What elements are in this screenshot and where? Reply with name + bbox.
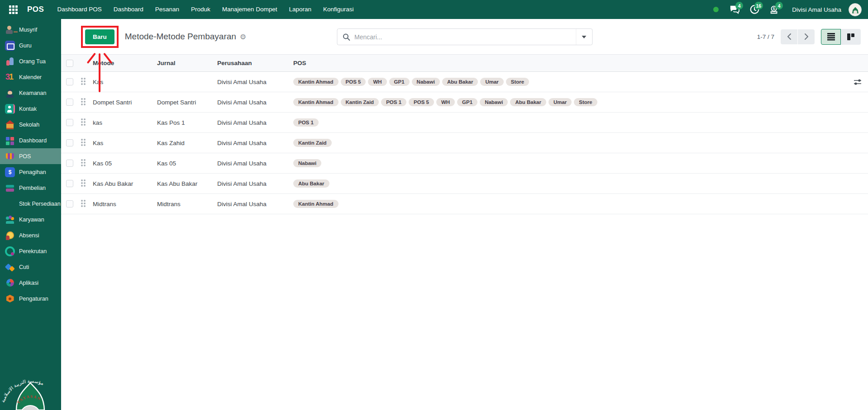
sidebar-item-cuti[interactable]: Cuti (0, 259, 61, 275)
drag-handle-icon[interactable] (81, 199, 86, 207)
search-input[interactable] (354, 33, 570, 41)
pos-cell: POS 1 (293, 113, 868, 133)
drag-handle-icon[interactable] (81, 118, 86, 126)
sliders-icon (854, 79, 862, 86)
sidebar-item-musyrif[interactable]: Musyrif (0, 22, 61, 38)
sidebar-item-label: Cuti (19, 264, 29, 270)
select-all-checkbox[interactable] (66, 60, 73, 67)
pos-tag: Store (506, 78, 529, 86)
sidebar-item-label: Perekrutan (19, 248, 47, 254)
menu-item-dashboard-pos[interactable]: Dashboard POS (51, 0, 107, 19)
pos-tag: Kantin Ahmad (293, 78, 339, 86)
sidebar-item-aplikasi[interactable]: Aplikasi (0, 275, 61, 291)
sidebar-item-karyawan[interactable]: Karyawan (0, 212, 61, 227)
list-view-button[interactable] (821, 29, 841, 45)
metode-cell: kas (93, 113, 157, 133)
drag-handle-icon[interactable] (81, 98, 86, 105)
sidebar-item-orang-tua[interactable]: Orang Tua (0, 53, 61, 69)
jurnal-cell: Kas Zahid (157, 133, 217, 153)
sidebar-item-pembelian[interactable]: Pembelian (0, 180, 61, 196)
pos-tag: Abu Bakar (510, 98, 546, 106)
column-header-metode[interactable]: Metode (93, 55, 157, 72)
row-select-checkbox[interactable] (66, 180, 73, 187)
perusahaan-cell: Divisi Amal Usaha (217, 72, 293, 92)
menu-item-laporan[interactable]: Laporan (283, 0, 317, 19)
menu-item-dashboard[interactable]: Dashboard (108, 0, 149, 19)
cash-badge: 4 (775, 2, 783, 9)
pager-next-button[interactable] (798, 29, 815, 44)
user-avatar[interactable] (849, 3, 862, 16)
table-row[interactable]: MidtransMidtransDivisi Amal UsahaKantin … (61, 194, 868, 214)
table-row[interactable]: KasDivisi Amal UsahaKantin AhmadPOS 5WHG… (61, 72, 868, 92)
sidebar-item-pengaturan[interactable]: Pengaturan (0, 291, 61, 306)
row-select-checkbox[interactable] (66, 99, 73, 106)
menu-item-pesanan[interactable]: Pesanan (149, 0, 185, 19)
sidebar-item-guru[interactable]: Guru (0, 38, 61, 53)
sidebar-item-pos[interactable]: POS (0, 148, 61, 164)
pos-tag: WH (368, 78, 386, 86)
pembelian-icon (5, 183, 15, 193)
row-select-checkbox[interactable] (66, 139, 73, 146)
column-header-pos[interactable]: POS (293, 55, 868, 72)
table-row[interactable]: Dompet SantriDompet SantriDivisi Amal Us… (61, 92, 868, 113)
sidebar-item-label: Sekolah (19, 122, 39, 128)
sidebar-item-keamanan[interactable]: Keamanan (0, 85, 61, 101)
row-select-checkbox[interactable] (66, 160, 73, 167)
sidebar-item-label: Aplikasi (19, 280, 38, 286)
pos-cell: Kantin Ahmad (293, 194, 868, 214)
drag-handle-icon[interactable] (81, 77, 86, 85)
sidebar-item-absensi[interactable]: Absensi (0, 227, 61, 243)
table-row[interactable]: KasKas ZahidDivisi Amal UsahaKantin Zaid (61, 133, 868, 153)
sidebar-item-dashboard[interactable]: Dashboard (0, 132, 61, 148)
menu-item-manajemen-dompet[interactable]: Manajemen Dompet (216, 0, 283, 19)
sidebar-item-stok-persediaan[interactable]: Stok Persediaan (0, 196, 61, 212)
row-select-checkbox[interactable] (66, 119, 73, 126)
pager-previous-button[interactable] (781, 29, 797, 44)
pos-tag: POS 1 (293, 118, 319, 127)
sidebar-item-kalender[interactable]: Kalender (0, 69, 61, 85)
kanban-view-button[interactable] (841, 29, 861, 45)
perusahaan-cell: Divisi Amal Usaha (217, 113, 293, 133)
pager (781, 29, 815, 44)
sidebar-item-sekolah[interactable]: Sekolah (0, 117, 61, 132)
sidebar-item-kontak[interactable]: Kontak (0, 101, 61, 117)
pager-range: 1-7 / 7 (757, 33, 774, 40)
row-select-checkbox[interactable] (66, 78, 73, 85)
absensi-icon (5, 231, 15, 240)
pos-tag: Abu Bakar (293, 179, 329, 188)
table-row[interactable]: kasKas Pos 1Divisi Amal UsahaPOS 1 (61, 113, 868, 133)
pos-cell: Kantin Zaid (293, 133, 868, 153)
messages-button[interactable]: 4 (726, 0, 743, 19)
sidebar-item-penagihan[interactable]: Penagihan (0, 164, 61, 180)
apps-menu-button[interactable] (3, 0, 24, 19)
app-name[interactable]: POS (24, 5, 51, 14)
sidebar-item-label: Karyawan (19, 217, 44, 223)
column-header-jurnal[interactable]: Jurnal (157, 55, 217, 72)
company-switcher[interactable]: Divisi Amal Usaha (792, 6, 841, 13)
annotation-rectangle: Baru (81, 26, 119, 48)
table-row[interactable]: Kas Abu BakarKas Abu BakarDivisi Amal Us… (61, 174, 868, 194)
activities-button[interactable]: 16 (746, 0, 763, 19)
table-row[interactable]: Kas 05Kas 05Divisi Amal UsahaNabawi (61, 153, 868, 174)
view-settings-gear-icon[interactable]: ⚙ (240, 33, 246, 41)
jurnal-cell: Midtrans (157, 194, 217, 214)
page-title: Metode-Metode Pembayaran (125, 32, 236, 42)
chevron-left-icon (787, 33, 792, 40)
column-header-perusahaan[interactable]: Perusahaan (217, 55, 293, 72)
drag-handle-icon[interactable] (81, 179, 86, 187)
systray: 4 16 $ 4 Divisi Amal Usaha (713, 0, 868, 19)
view-switcher (821, 29, 861, 45)
menu-item-konfigurasi[interactable]: Konfigurasi (317, 0, 360, 19)
perusahaan-cell: Divisi Amal Usaha (217, 133, 293, 153)
optional-columns-button[interactable] (854, 79, 862, 86)
cash-collection-button[interactable]: $ 4 (766, 0, 783, 19)
row-select-checkbox[interactable] (66, 200, 73, 207)
menu-item-produk[interactable]: Produk (185, 0, 216, 19)
search-filters-toggle[interactable] (576, 29, 592, 45)
pos-cell: Kantin AhmadKantin ZaidPOS 1POS 5WHGP1Na… (293, 92, 868, 113)
drag-handle-icon[interactable] (81, 138, 86, 146)
new-record-button[interactable]: Baru (85, 29, 114, 44)
sidebar-item-perekrutan[interactable]: Perekrutan (0, 243, 61, 259)
pos-icon (5, 151, 15, 161)
drag-handle-icon[interactable] (81, 159, 86, 166)
